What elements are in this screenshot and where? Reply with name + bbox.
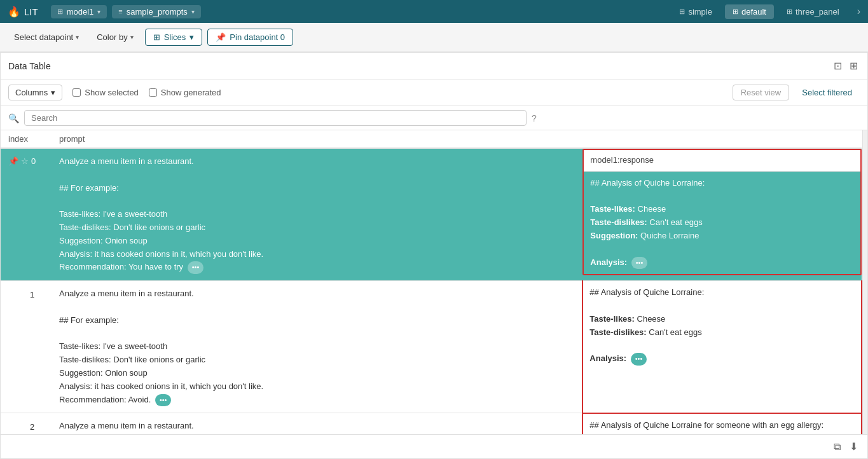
- default-grid-icon: ⊞: [733, 8, 738, 16]
- tab-three-panel[interactable]: ⊞ three_panel: [779, 4, 847, 19]
- slices-label: Slices: [164, 32, 186, 42]
- bottom-bar: ⧉ ⬇: [1, 434, 867, 458]
- copy-icon: ⧉: [834, 441, 841, 452]
- star-row-icon-0[interactable]: ☆: [21, 155, 29, 168]
- reset-view-label: Reset view: [741, 88, 782, 97]
- prompt-truncate-badge-1[interactable]: •••: [155, 394, 172, 407]
- response-truncate-badge-1[interactable]: •••: [631, 353, 647, 366]
- table-container: index prompt: [1, 130, 862, 434]
- select-datapoint-button[interactable]: Select datapoint ▾: [8, 29, 85, 45]
- response-content-0: ## Analysis of Quiche Lorraine: Taste-li…: [584, 172, 860, 275]
- pin-label: Pin datapoint 0: [230, 32, 285, 42]
- model-chevron-icon: ▾: [97, 8, 100, 15]
- show-generated-checkbox-label[interactable]: Show generated: [149, 88, 221, 97]
- row-index-0: 0: [31, 155, 36, 168]
- show-selected-checkbox[interactable]: [72, 88, 81, 97]
- show-generated-checkbox[interactable]: [149, 88, 157, 97]
- panel-actions: ⊡ ⊞: [832, 58, 860, 74]
- table-row: 1 Analyze a menu item in a restaurant. #…: [1, 281, 862, 413]
- index-cell-2: 2: [1, 413, 52, 434]
- select-filtered-button[interactable]: Select filtered: [794, 85, 860, 100]
- pin-icon: 📌: [216, 32, 226, 42]
- search-icon: 🔍: [8, 113, 19, 123]
- prompt-truncate-badge-0[interactable]: •••: [188, 261, 204, 274]
- table-row: 📌 ☆ 0 Analyze a menu item in a restauran…: [1, 148, 862, 281]
- model-icon: ⊞: [57, 8, 63, 16]
- search-input[interactable]: [24, 110, 527, 126]
- app-title: 🔥 LIT: [8, 6, 38, 18]
- simple-grid-icon: ⊞: [679, 8, 685, 16]
- slices-icon: ⊞: [153, 32, 160, 42]
- three-panel-grid-icon: ⊞: [787, 8, 792, 16]
- slices-button[interactable]: ⊞ Slices ▾: [145, 29, 203, 46]
- tab-default[interactable]: ⊞ default: [725, 4, 774, 19]
- minimize-panel-button[interactable]: ⊡: [832, 58, 844, 74]
- row-index-1: 1: [30, 289, 34, 302]
- response-column-header: model1:response: [584, 150, 860, 172]
- copy-button[interactable]: ⧉: [832, 439, 843, 455]
- tab-default-label: default: [741, 7, 766, 17]
- col-header-prompt: prompt: [52, 130, 582, 148]
- download-button[interactable]: ⬇: [848, 439, 860, 455]
- download-icon: ⬇: [850, 441, 858, 452]
- show-selected-checkbox-label[interactable]: Show selected: [72, 88, 139, 97]
- pin-row-icon-0[interactable]: 📌: [8, 155, 18, 168]
- response-cell-1: ## Analysis of Quiche Lorraine: Taste-li…: [582, 281, 862, 413]
- data-table-panel: Data Table ⊡ ⊞ Columns ▾ Show selected S…: [0, 52, 868, 459]
- response-cell-2: ## Analysis of Quiche Lorraine for someo…: [582, 413, 862, 434]
- table-toolbar: Columns ▾ Show selected Show generated R…: [1, 79, 867, 106]
- color-by-chevron-icon: ▾: [130, 34, 134, 41]
- close-icon[interactable]: ›: [857, 6, 860, 17]
- prompt-cell-2: Analyze a menu item in a restaurant. * T…: [52, 413, 582, 434]
- dataset-chip[interactable]: ≡ sample_prompts ▾: [112, 5, 201, 18]
- response-truncate-badge-0[interactable]: •••: [631, 257, 648, 270]
- reset-view-button[interactable]: Reset view: [733, 85, 790, 100]
- show-generated-label: Show generated: [161, 88, 221, 97]
- index-cell-0: 📌 ☆ 0: [1, 148, 52, 281]
- maximize-panel-button[interactable]: ⊞: [848, 58, 860, 74]
- columns-button[interactable]: Columns ▾: [8, 85, 62, 100]
- col-header-index: index: [1, 130, 52, 148]
- columns-chevron-icon: ▾: [51, 88, 55, 97]
- app-name: LIT: [24, 6, 38, 17]
- prompt-cell-1: Analyze a menu item in a restaurant. ## …: [52, 281, 582, 413]
- dataset-chevron-icon: ▾: [191, 8, 195, 15]
- topbar: 🔥 LIT ⊞ model1 ▾ ≡ sample_prompts ▾ ⊞ si…: [0, 0, 868, 23]
- index-cell-1: 1: [1, 281, 52, 413]
- select-filtered-label: Select filtered: [802, 88, 852, 97]
- help-icon[interactable]: ?: [532, 113, 537, 123]
- tab-three-panel-label: three_panel: [796, 7, 839, 17]
- tab-simple[interactable]: ⊞ simple: [672, 4, 720, 19]
- model-label: model1: [67, 7, 94, 17]
- select-datapoint-chevron-icon: ▾: [76, 34, 79, 41]
- data-table: index prompt: [1, 130, 862, 434]
- main: Data Table ⊡ ⊞ Columns ▾ Show selected S…: [0, 52, 868, 459]
- scrollbar[interactable]: [862, 130, 867, 434]
- dataset-label: sample_prompts: [127, 7, 188, 17]
- prompt-cell-0: Analyze a menu item in a restaurant. ## …: [52, 148, 582, 281]
- table-body: 📌 ☆ 0 Analyze a menu item in a restauran…: [1, 148, 862, 434]
- color-by-label: Color by: [97, 32, 127, 42]
- panel-header: Data Table ⊡ ⊞: [1, 53, 867, 79]
- dataset-icon: ≡: [118, 8, 122, 15]
- response-cell-0: model1:response ## Analysis of Quiche Lo…: [582, 148, 862, 281]
- fire-icon: 🔥: [8, 6, 20, 18]
- select-datapoint-label: Select datapoint: [14, 32, 73, 42]
- slices-chevron-icon: ▾: [189, 32, 194, 42]
- show-selected-label: Show selected: [85, 88, 139, 97]
- model-chip[interactable]: ⊞ model1 ▾: [51, 5, 107, 18]
- row-index-2: 2: [30, 421, 34, 434]
- tab-simple-label: simple: [688, 7, 712, 17]
- columns-label: Columns: [15, 88, 48, 97]
- table-header: index prompt: [1, 130, 862, 148]
- color-by-button[interactable]: Color by ▾: [90, 29, 139, 45]
- panel-title: Data Table: [8, 61, 51, 71]
- pin-datapoint-button[interactable]: 📌 Pin datapoint 0: [207, 29, 293, 46]
- search-bar: 🔍 ?: [1, 106, 867, 130]
- toolbar: Select datapoint ▾ Color by ▾ ⊞ Slices ▾…: [0, 23, 868, 52]
- table-row: 2 Analyze a menu item in a restaurant. *…: [1, 413, 862, 434]
- right-actions: Reset view Select filtered: [733, 85, 860, 100]
